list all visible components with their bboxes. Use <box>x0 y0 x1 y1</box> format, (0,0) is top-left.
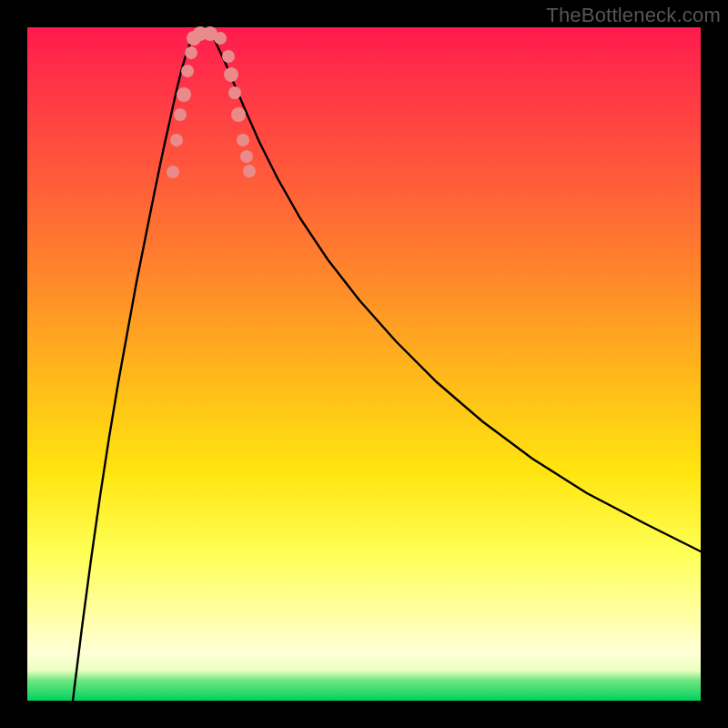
data-dot <box>170 134 183 147</box>
right-curve <box>209 32 701 551</box>
data-dot <box>243 165 256 177</box>
data-dot <box>185 46 197 59</box>
data-dot <box>222 50 235 63</box>
chart-plot-area <box>27 27 701 701</box>
data-dot <box>214 32 227 45</box>
data-dot <box>174 108 187 121</box>
data-dot <box>240 150 253 163</box>
data-dot <box>228 86 241 99</box>
data-dot <box>167 166 179 178</box>
data-dot <box>177 87 191 102</box>
chart-svg <box>27 27 701 701</box>
chart-frame: TheBottleneck.com <box>0 0 728 728</box>
left-curve <box>73 32 196 701</box>
data-dot <box>181 65 194 77</box>
data-dot <box>237 134 249 147</box>
data-dot <box>224 67 238 82</box>
data-dot <box>231 107 246 122</box>
watermark-text: TheBottleneck.com <box>546 4 721 27</box>
